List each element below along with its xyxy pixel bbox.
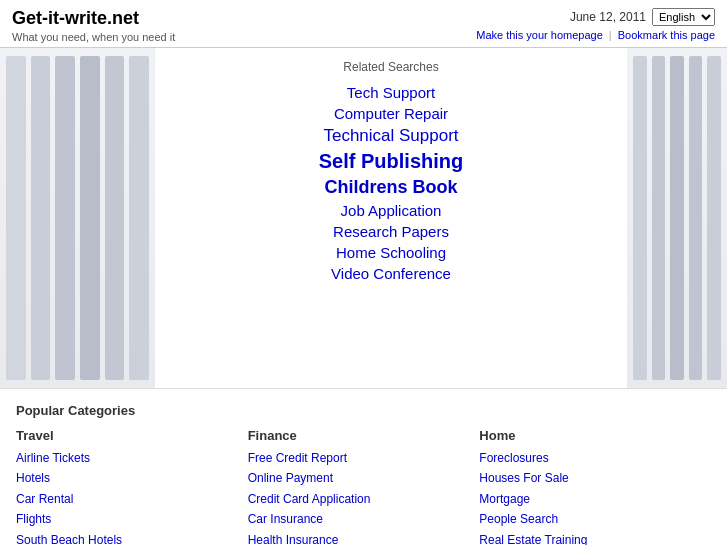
category-link-0-4[interactable]: South Beach Hotels <box>16 530 248 545</box>
stripe-6 <box>129 56 149 380</box>
category-col-0: TravelAirline TicketsHotelsCar RentalFli… <box>16 428 248 545</box>
language-select[interactable]: English <box>652 8 715 26</box>
popular-categories-section: Popular Categories TravelAirline Tickets… <box>0 388 727 545</box>
category-heading-2: Home <box>479 428 711 443</box>
site-title: Get-it-write.net <box>12 8 175 29</box>
category-link-2-0[interactable]: Foreclosures <box>479 448 711 468</box>
category-link-2-3[interactable]: People Search <box>479 509 711 529</box>
category-col-2: HomeForeclosuresHouses For SaleMortgageP… <box>479 428 711 545</box>
left-decoration <box>0 48 155 388</box>
stripe-r2 <box>652 56 666 380</box>
search-links-list: Tech SupportComputer RepairTechnical Sup… <box>175 84 607 282</box>
category-link-0-1[interactable]: Hotels <box>16 468 248 488</box>
homepage-link[interactable]: Make this your homepage <box>476 29 603 41</box>
main-content-area: Related Searches Tech SupportComputer Re… <box>0 48 727 388</box>
category-link-1-1[interactable]: Online Payment <box>248 468 480 488</box>
header-right: June 12, 2011 English Make this your hom… <box>476 8 715 41</box>
search-link-7[interactable]: Home Schooling <box>175 244 607 261</box>
search-link-8[interactable]: Video Conference <box>175 265 607 282</box>
search-link-0[interactable]: Tech Support <box>175 84 607 101</box>
link-separator: | <box>609 29 612 41</box>
right-decoration <box>627 48 727 388</box>
category-link-1-2[interactable]: Credit Card Application <box>248 489 480 509</box>
category-heading-1: Finance <box>248 428 480 443</box>
bookmark-link[interactable]: Bookmark this page <box>618 29 715 41</box>
category-link-0-2[interactable]: Car Rental <box>16 489 248 509</box>
search-results-section: Related Searches Tech SupportComputer Re… <box>155 48 627 388</box>
stripe-r1 <box>633 56 647 380</box>
category-heading-0: Travel <box>16 428 248 443</box>
search-link-6[interactable]: Research Papers <box>175 223 607 240</box>
stripe-4 <box>80 56 100 380</box>
stripe-r4 <box>689 56 703 380</box>
header-links: Make this your homepage | Bookmark this … <box>476 29 715 41</box>
search-link-3[interactable]: Self Publishing <box>175 150 607 173</box>
popular-categories-title: Popular Categories <box>16 403 711 418</box>
category-col-1: FinanceFree Credit ReportOnline PaymentC… <box>248 428 480 545</box>
page-header: Get-it-write.net What you need, when you… <box>0 0 727 48</box>
search-link-1[interactable]: Computer Repair <box>175 105 607 122</box>
category-link-1-3[interactable]: Car Insurance <box>248 509 480 529</box>
category-link-0-0[interactable]: Airline Tickets <box>16 448 248 468</box>
date-lang-row: June 12, 2011 English <box>570 8 715 26</box>
stripe-r5 <box>707 56 721 380</box>
category-link-1-4[interactable]: Health Insurance <box>248 530 480 545</box>
related-searches-title: Related Searches <box>175 60 607 74</box>
stripe-1 <box>6 56 26 380</box>
category-link-2-2[interactable]: Mortgage <box>479 489 711 509</box>
current-date: June 12, 2011 <box>570 10 646 24</box>
search-link-4[interactable]: Childrens Book <box>175 177 607 198</box>
site-branding: Get-it-write.net What you need, when you… <box>12 8 175 43</box>
stripe-2 <box>31 56 51 380</box>
search-link-2[interactable]: Technical Support <box>175 126 607 146</box>
category-link-2-4[interactable]: Real Estate Training <box>479 530 711 545</box>
stripe-3 <box>55 56 75 380</box>
category-link-0-3[interactable]: Flights <box>16 509 248 529</box>
stripe-r3 <box>670 56 684 380</box>
category-link-1-0[interactable]: Free Credit Report <box>248 448 480 468</box>
category-link-2-1[interactable]: Houses For Sale <box>479 468 711 488</box>
site-subtitle: What you need, when you need it <box>12 31 175 43</box>
search-link-5[interactable]: Job Application <box>175 202 607 219</box>
categories-grid: TravelAirline TicketsHotelsCar RentalFli… <box>16 428 711 545</box>
stripe-5 <box>105 56 125 380</box>
